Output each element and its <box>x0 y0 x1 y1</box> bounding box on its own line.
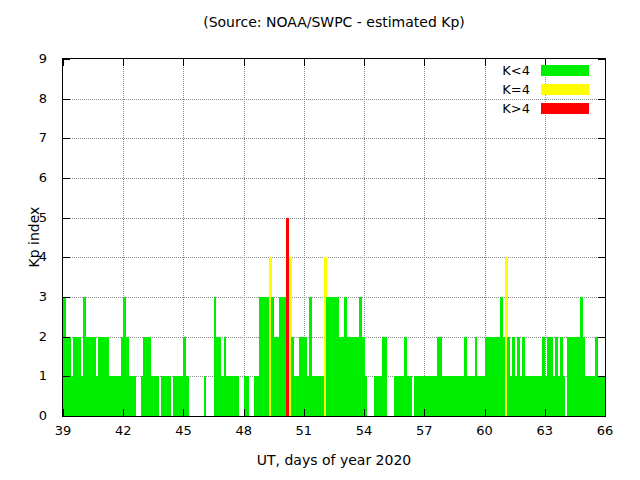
y-tick-mark <box>63 178 70 179</box>
y-tick-mark <box>598 59 605 60</box>
x-tick-label: 51 <box>296 423 313 438</box>
x-tick-label: 54 <box>356 423 373 438</box>
horizontal-gridline <box>63 138 605 139</box>
y-tick-mark <box>63 337 70 338</box>
horizontal-gridline <box>63 218 605 219</box>
x-tick-mark <box>364 59 365 66</box>
y-tick-mark <box>598 257 605 258</box>
x-tick-mark <box>424 409 425 416</box>
x-tick-mark <box>605 59 606 66</box>
kp-bar <box>133 376 136 416</box>
y-tick-mark <box>63 376 70 377</box>
x-tick-mark <box>183 59 184 66</box>
y-tick-mark <box>598 138 605 139</box>
legend-swatch <box>541 103 589 114</box>
y-tick-mark <box>63 138 70 139</box>
vertical-gridline <box>244 59 245 416</box>
kp-bar <box>156 376 159 416</box>
y-tick-label: 6 <box>0 170 47 186</box>
vertical-gridline <box>424 59 425 416</box>
y-tick-label: 9 <box>0 51 47 67</box>
legend-swatch <box>541 65 589 76</box>
y-tick-label: 0 <box>0 408 47 424</box>
x-tick-mark <box>244 409 245 416</box>
kp-bar <box>186 376 189 416</box>
x-tick-label: 48 <box>235 423 252 438</box>
x-tick-label: 66 <box>597 423 614 438</box>
x-tick-label: 60 <box>476 423 493 438</box>
kp-bar <box>204 376 207 416</box>
kp-chart-figure: (Source: NOAA/SWPC - estimated Kp) Kp in… <box>0 0 640 480</box>
horizontal-gridline <box>63 257 605 258</box>
x-tick-label: 57 <box>416 423 433 438</box>
y-tick-label: 2 <box>0 329 47 345</box>
legend-label: K<4 <box>470 63 530 78</box>
y-tick-label: 3 <box>0 289 47 305</box>
kp-bar <box>236 376 239 416</box>
y-tick-mark <box>63 416 70 417</box>
x-tick-mark <box>63 409 64 416</box>
y-tick-mark <box>598 297 605 298</box>
y-tick-label: 5 <box>0 210 47 226</box>
x-tick-mark <box>123 59 124 66</box>
y-tick-mark <box>598 99 605 100</box>
y-tick-label: 7 <box>0 130 47 146</box>
y-tick-mark <box>598 337 605 338</box>
x-tick-mark <box>304 409 305 416</box>
x-tick-mark <box>485 409 486 416</box>
horizontal-gridline <box>63 99 605 100</box>
y-tick-mark <box>598 178 605 179</box>
legend-label: K=4 <box>470 82 530 97</box>
y-tick-mark <box>63 257 70 258</box>
x-tick-mark <box>244 59 245 66</box>
x-tick-mark <box>123 409 124 416</box>
y-tick-mark <box>63 297 70 298</box>
y-tick-mark <box>598 376 605 377</box>
x-tick-mark <box>364 409 365 416</box>
y-tick-mark <box>598 416 605 417</box>
kp-bar <box>384 337 387 416</box>
x-tick-mark <box>424 59 425 66</box>
kp-bar <box>409 376 412 416</box>
x-tick-mark <box>545 409 546 416</box>
x-tick-label: 42 <box>115 423 132 438</box>
x-tick-label: 45 <box>175 423 192 438</box>
x-axis-label: UT, days of year 2020 <box>62 452 606 468</box>
x-tick-mark <box>63 59 64 66</box>
horizontal-gridline <box>63 178 605 179</box>
kp-bar <box>562 376 565 416</box>
y-tick-mark <box>63 59 70 60</box>
y-tick-mark <box>598 218 605 219</box>
x-tick-label: 39 <box>55 423 72 438</box>
y-tick-label: 1 <box>0 368 47 384</box>
y-tick-label: 4 <box>0 249 47 265</box>
x-tick-mark <box>605 409 606 416</box>
kp-bar <box>246 376 249 416</box>
legend-label: K>4 <box>470 101 530 116</box>
x-tick-label: 63 <box>536 423 553 438</box>
x-tick-mark <box>183 409 184 416</box>
chart-title: (Source: NOAA/SWPC - estimated Kp) <box>62 14 606 30</box>
y-tick-mark <box>63 218 70 219</box>
x-tick-mark <box>304 59 305 66</box>
legend-swatch <box>541 84 589 95</box>
y-tick-mark <box>63 99 70 100</box>
kp-bar <box>168 376 171 416</box>
y-tick-label: 8 <box>0 91 47 107</box>
